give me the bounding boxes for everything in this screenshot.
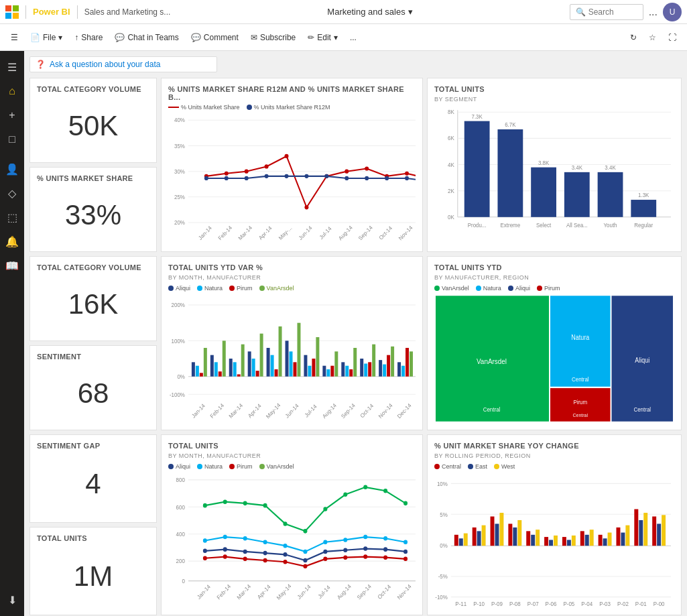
card-total-units-ytd[interactable]: Total Units YTD BY MANUFACTURER, REGION … bbox=[427, 256, 682, 430]
svg-point-179 bbox=[243, 536, 247, 541]
svg-rect-92 bbox=[229, 359, 233, 377]
bookmark-icon: ☆ bbox=[649, 33, 656, 42]
sidebar-item-browse[interactable]: □ bbox=[1, 129, 23, 150]
svg-rect-258 bbox=[616, 528, 620, 546]
svg-text:35%: 35% bbox=[174, 143, 185, 149]
svg-rect-243 bbox=[526, 531, 530, 546]
qa-bar[interactable]: ❓ Ask a question about your data bbox=[29, 56, 217, 72]
sidebar-item-download[interactable]: ⬇ bbox=[1, 589, 23, 611]
svg-point-188 bbox=[203, 549, 207, 554]
svg-point-22 bbox=[365, 166, 369, 170]
svg-point-204 bbox=[303, 564, 307, 568]
card-value-sg: 4 bbox=[37, 452, 149, 515]
sidebar-item-home[interactable]: ⌂ bbox=[1, 80, 23, 102]
card-title-ums: % Units Market Share bbox=[37, 174, 149, 182]
svg-text:Nov-14: Nov-14 bbox=[396, 582, 413, 601]
legend-east-yoy: East bbox=[468, 463, 487, 470]
edit-button[interactable]: ✏ Edit ▾ bbox=[302, 30, 343, 45]
card-unit-market-share-yoy[interactable]: % Unit Market Share YOY Change BY ROLLIN… bbox=[427, 434, 682, 615]
subscribe-button[interactable]: ✉ Subscribe bbox=[245, 30, 301, 45]
svg-text:0%: 0% bbox=[440, 542, 448, 549]
nav-collapse-button[interactable]: ☰ bbox=[5, 30, 23, 45]
svg-point-24 bbox=[405, 172, 409, 176]
file-button[interactable]: 📄 File ▾ bbox=[25, 30, 68, 45]
svg-rect-263 bbox=[643, 513, 647, 546]
bookmark-button[interactable]: ☆ bbox=[643, 30, 662, 45]
share-button[interactable]: ↑ Share bbox=[69, 30, 108, 45]
svg-text:May-14: May-14 bbox=[265, 402, 282, 420]
svg-rect-68 bbox=[631, 200, 656, 217]
card-units-market-share-chart[interactable]: % Units Market Share R12M and % Units Ma… bbox=[161, 78, 423, 252]
divider bbox=[25, 5, 26, 19]
svg-text:Aug-14: Aug-14 bbox=[336, 582, 353, 601]
card-total-units-ytd-var[interactable]: Total Units YTD Var % BY MONTH, MANUFACT… bbox=[161, 256, 423, 430]
svg-rect-106 bbox=[293, 362, 296, 376]
svg-rect-241 bbox=[513, 528, 517, 546]
chart-title-tum: Total Units bbox=[168, 442, 416, 450]
svg-rect-111 bbox=[316, 337, 319, 377]
more-options-button[interactable]: ... bbox=[649, 6, 658, 18]
avatar[interactable]: U bbox=[663, 3, 682, 21]
svg-rect-252 bbox=[580, 531, 584, 546]
card-total-units-segment[interactable]: Total Units BY SEGMENT 0K 2K bbox=[427, 78, 682, 252]
svg-rect-85 bbox=[196, 366, 199, 377]
svg-text:P-00: P-00 bbox=[653, 600, 665, 607]
card-sentiment[interactable]: Sentiment 68 bbox=[29, 345, 157, 430]
chart-title-tus: Total Units bbox=[434, 85, 674, 93]
sidebar-item-learn[interactable]: 📖 bbox=[1, 255, 23, 276]
card-total-units-month[interactable]: Total Units BY MONTH, MANUFACTURER Aliqu… bbox=[161, 434, 423, 615]
top-bar: Power BI Sales and Marketing s... Market… bbox=[0, 0, 687, 24]
svg-rect-0 bbox=[5, 5, 11, 11]
svg-point-27 bbox=[245, 176, 249, 180]
sidebar-item-apps[interactable]: ⬚ bbox=[1, 206, 23, 228]
svg-rect-266 bbox=[662, 515, 666, 546]
card-total-units-small[interactable]: Total Units 1M bbox=[29, 527, 157, 615]
refresh-button[interactable]: ↻ bbox=[625, 30, 642, 45]
sidebar-item-create[interactable]: + bbox=[1, 105, 23, 126]
svg-point-168 bbox=[243, 501, 247, 506]
svg-point-174 bbox=[363, 485, 367, 490]
sidebar-item-hub[interactable]: 👤 bbox=[1, 158, 23, 180]
svg-rect-248 bbox=[554, 536, 558, 546]
svg-point-29 bbox=[285, 174, 289, 178]
sidebar-item-menu[interactable]: ☰ bbox=[1, 56, 23, 78]
svg-text:Aliqui: Aliqui bbox=[635, 356, 649, 364]
svg-rect-103 bbox=[279, 326, 282, 377]
search-input[interactable] bbox=[588, 7, 642, 17]
card-units-market-share[interactable]: % Units Market Share 33% bbox=[29, 167, 157, 252]
svg-rect-58 bbox=[464, 121, 490, 217]
legend-natura-ytd: Natura bbox=[476, 285, 501, 292]
legend-pirum: Pirum bbox=[229, 285, 253, 292]
top-right: 🔍 ... U bbox=[570, 3, 682, 21]
svg-rect-123 bbox=[372, 345, 375, 377]
card-total-category-volume-1[interactable]: Total Category Volume 50K bbox=[29, 78, 157, 163]
svg-rect-262 bbox=[639, 520, 643, 546]
search-box[interactable]: 🔍 bbox=[570, 4, 643, 20]
svg-rect-62 bbox=[531, 168, 556, 217]
svg-point-170 bbox=[284, 521, 288, 526]
sidebar-item-goals[interactable]: ◇ bbox=[1, 182, 23, 204]
svg-rect-244 bbox=[531, 535, 535, 546]
comment-button[interactable]: 💬 Comment bbox=[186, 30, 244, 45]
svg-rect-94 bbox=[237, 374, 241, 376]
fullscreen-button[interactable]: ⛶ bbox=[663, 30, 682, 45]
chat-teams-button[interactable]: 💬 Chat in Teams bbox=[109, 30, 184, 45]
svg-rect-249 bbox=[562, 537, 566, 546]
edit-icon: ✏ bbox=[308, 33, 314, 42]
legend-color-central-yoy bbox=[434, 464, 440, 469]
card-total-category-volume-2[interactable]: Total Category Volume 16K bbox=[29, 256, 157, 341]
svg-point-193 bbox=[303, 558, 307, 563]
svg-text:Central: Central bbox=[483, 406, 501, 414]
legend-west-yoy: West bbox=[494, 463, 515, 470]
svg-point-30 bbox=[304, 174, 308, 178]
svg-rect-254 bbox=[590, 530, 594, 546]
svg-point-209 bbox=[403, 557, 408, 562]
sidebar-item-metrics[interactable]: 🔔 bbox=[1, 231, 23, 252]
svg-rect-237 bbox=[491, 517, 495, 546]
more-toolbar-button[interactable]: ... bbox=[345, 30, 362, 45]
svg-text:P-11: P-11 bbox=[455, 600, 466, 607]
card-sentiment-gap[interactable]: Sentiment Gap 4 bbox=[29, 434, 157, 523]
svg-text:6.7K: 6.7K bbox=[505, 122, 516, 128]
dashboard-title[interactable]: Marketing and sales ▾ bbox=[327, 7, 412, 17]
chart-title-yoy: % Unit Market Share YOY Change bbox=[434, 442, 674, 450]
